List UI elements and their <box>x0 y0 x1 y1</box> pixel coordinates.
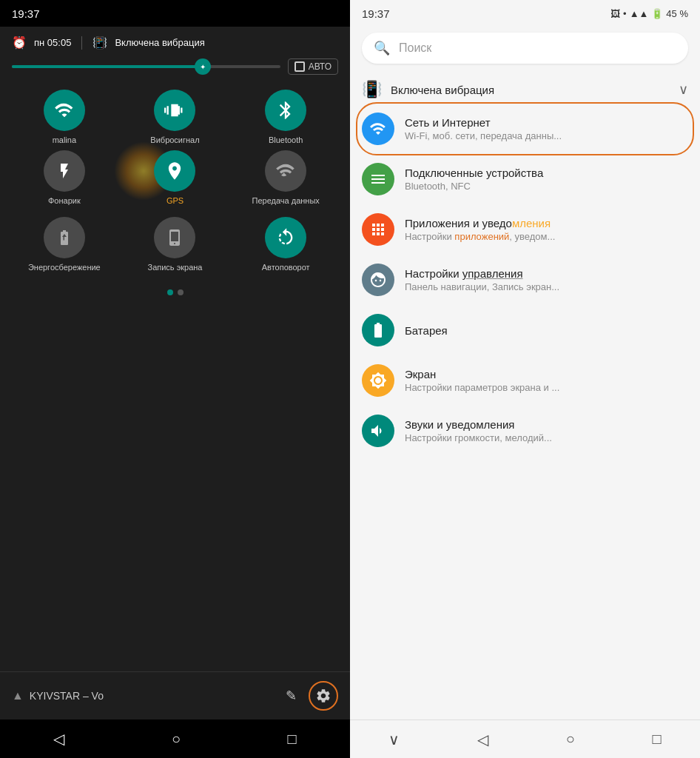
flashlight-tile-label: Фонарик <box>48 196 81 205</box>
vibration-label: Включена вибрация <box>115 37 204 48</box>
battery-saver-tile-icon <box>44 217 85 258</box>
edit-button[interactable]: ✎ <box>286 688 297 704</box>
quick-tiles-row3: Энергосбережение Запись экрана Автоп <box>12 217 338 272</box>
status-bar-left: 19:37 <box>0 0 350 27</box>
settings-item-display[interactable]: Экран Настройки параметров экрана и ... <box>350 355 700 406</box>
devices-subtitle: Bluetooth, NFC <box>405 181 688 192</box>
tile-autorotate[interactable]: Автоповорот <box>233 217 338 272</box>
home-button-right[interactable]: ○ <box>560 725 581 754</box>
tile-screen-record[interactable]: Запись экрана <box>123 217 228 272</box>
vibration-header-content: 📳 Включена вибрация <box>362 80 494 99</box>
auto-label: АВТО <box>309 61 332 72</box>
tile-bluetooth[interactable]: Bluetooth <box>233 90 338 144</box>
tile-vibrate[interactable]: Вибросигнал <box>123 90 228 144</box>
brightness-thumb <box>195 58 211 75</box>
sound-subtitle: Настройки громкости, мелодий... <box>405 432 688 443</box>
tile-flashlight[interactable]: Фонарик <box>12 150 117 205</box>
screen-record-tile-icon <box>154 217 195 258</box>
bluetooth-tile-icon <box>265 90 306 131</box>
signal-dots: • <box>623 8 627 19</box>
display-text: Экран Настройки параметров экрана и ... <box>405 368 688 393</box>
dot-1 <box>167 289 173 295</box>
page-dots <box>12 289 338 295</box>
settings-item-apps[interactable]: Приложения и уведомления Настройки прило… <box>350 204 700 255</box>
tile-data[interactable]: Передача данных <box>233 150 338 205</box>
network-title: Сеть и Интернет <box>405 116 688 129</box>
brightness-row: АВТО <box>12 58 338 75</box>
gps-tile-label: GPS <box>166 196 184 205</box>
vibration-section-header[interactable]: 📳 Включена вибрация ∨ <box>350 73 700 104</box>
tile-wifi[interactable]: malina <box>12 90 117 144</box>
control-icon <box>362 264 394 296</box>
data-tile-icon <box>265 150 306 192</box>
settings-item-battery[interactable]: Батарея <box>350 305 700 355</box>
battery-icon-settings <box>362 314 394 346</box>
brightness-slider[interactable] <box>12 65 280 68</box>
tile-battery-saver[interactable]: Энергосбережение <box>12 217 117 272</box>
notif-divider <box>81 36 82 50</box>
control-title: Настройки управления <box>405 267 688 280</box>
display-subtitle: Настройки параметров экрана и ... <box>405 382 688 393</box>
scroll-down-button[interactable]: ∨ <box>383 725 405 754</box>
auto-checkbox-icon <box>295 61 305 72</box>
dot-2 <box>178 289 184 295</box>
alarm-time: пн 05:05 <box>34 37 71 48</box>
autorotate-tile-label: Автоповорот <box>262 263 310 272</box>
home-button-left[interactable]: ○ <box>166 725 186 754</box>
settings-button[interactable] <box>309 681 338 711</box>
control-title-underline: управления <box>462 267 523 280</box>
battery-saver-tile-label: Энергосбережение <box>28 263 101 272</box>
battery-title: Батарея <box>405 324 688 337</box>
sound-title: Звуки и уведомления <box>405 418 688 431</box>
settings-item-control[interactable]: Настройки управления Панель навигации, З… <box>350 255 700 305</box>
nav-bar-left: ◁ ○ □ <box>0 720 350 758</box>
vibrate-tile-label: Вибросигнал <box>150 135 199 144</box>
settings-item-network[interactable]: Сеть и Интернет Wi-Fi, моб. сети, переда… <box>350 104 700 154</box>
signal-icon: ▲ <box>12 689 24 702</box>
vibration-header-label: Включена вибрация <box>391 84 494 96</box>
back-button-right[interactable]: ◁ <box>471 725 494 754</box>
auto-brightness-button[interactable]: АВТО <box>288 58 338 75</box>
time-left: 19:37 <box>12 7 40 20</box>
display-icon <box>362 364 394 397</box>
recent-button-left[interactable]: □ <box>282 725 303 754</box>
quick-tiles-row1: malina Вибросигнал Bluetooth <box>12 90 338 144</box>
vibrate-icon-notif: 📳 <box>92 36 107 50</box>
settings-item-sound[interactable]: Звуки и уведомления Настройки громкости,… <box>350 406 700 456</box>
network-text: Сеть и Интернет Wi-Fi, моб. сети, переда… <box>405 116 688 141</box>
search-placeholder: Поиск <box>399 41 431 55</box>
apps-text: Приложения и уведомления Настройки прило… <box>405 217 688 242</box>
flashlight-tile-icon <box>44 150 85 192</box>
time-right: 19:37 <box>362 7 390 20</box>
battery-text: Батарея <box>405 324 688 337</box>
apps-title: Приложения и уведомления <box>405 217 688 229</box>
sound-icon <box>362 415 394 447</box>
alarm-icon: ⏰ <box>12 36 27 50</box>
sound-text: Звуки и уведомления Настройки громкости,… <box>405 418 688 443</box>
autorotate-tile-icon <box>265 217 306 258</box>
search-bar[interactable]: 🔍 Поиск <box>362 33 688 64</box>
control-text: Настройки управления Панель навигации, З… <box>405 267 688 292</box>
devices-icon <box>362 163 394 195</box>
right-panel: 19:37 🖼 • ▲▲ 🔋 45 % 🔍 Поиск 📳 Включена в… <box>350 0 700 758</box>
screen-record-tile-label: Запись экрана <box>147 263 202 272</box>
settings-item-devices[interactable]: Подключенные устройства Bluetooth, NFC <box>350 154 700 204</box>
devices-title: Подключенные устройства <box>405 167 688 179</box>
status-bar-right: 19:37 🖼 • ▲▲ 🔋 45 % <box>350 0 700 27</box>
operator-name: KYIVSTAR – Vo <box>30 690 286 702</box>
data-tile-label: Передача данных <box>252 196 320 205</box>
brightness-fill <box>12 65 200 68</box>
battery-icon: 🔋 <box>651 8 663 19</box>
chevron-down-icon: ∨ <box>679 81 688 98</box>
recent-button-right[interactable]: □ <box>647 725 667 754</box>
bottom-bar: ▲ KYIVSTAR – Vo ✎ <box>0 671 350 720</box>
settings-list: 📳 Включена вибрация ∨ Сеть и Интернет Wi… <box>350 67 700 720</box>
photo-icon: 🖼 <box>610 8 620 19</box>
apps-subtitle: Настройки приложений, уведом... <box>405 231 688 242</box>
apps-icon <box>362 213 394 246</box>
bluetooth-tile-label: Bluetooth <box>269 135 303 144</box>
apps-title-highlight: мления <box>512 217 551 229</box>
tile-gps[interactable]: GPS <box>123 150 228 205</box>
display-title: Экран <box>405 368 688 380</box>
back-button-left[interactable]: ◁ <box>47 724 70 754</box>
